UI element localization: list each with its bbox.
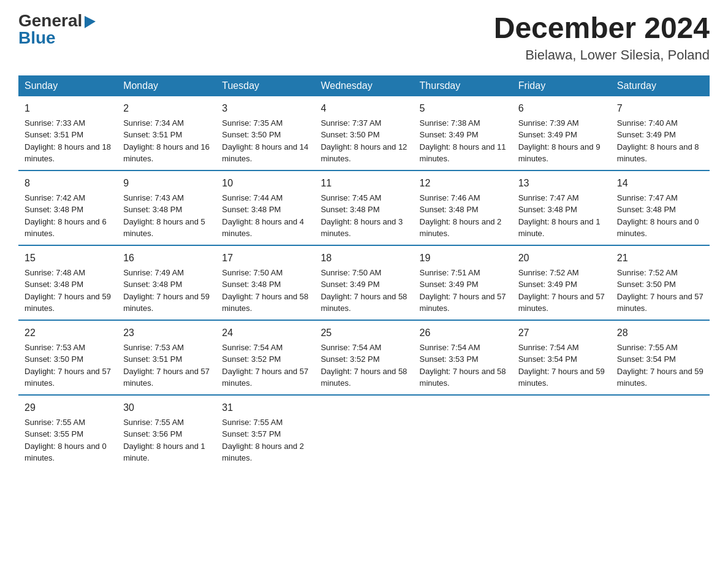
day-info: Sunrise: 7:52 AMSunset: 3:49 PMDaylight:… — [518, 268, 605, 313]
day-info: Sunrise: 7:52 AMSunset: 3:50 PMDaylight:… — [617, 268, 703, 313]
day-cell: 31Sunrise: 7:55 AMSunset: 3:57 PMDayligh… — [216, 395, 314, 469]
day-cell: 6Sunrise: 7:39 AMSunset: 3:49 PMDaylight… — [512, 96, 611, 170]
column-header-wednesday: Wednesday — [314, 75, 413, 96]
day-info: Sunrise: 7:38 AMSunset: 3:49 PMDaylight:… — [420, 118, 506, 164]
day-info: Sunrise: 7:35 AMSunset: 3:50 PMDaylight:… — [222, 118, 308, 164]
day-info: Sunrise: 7:51 AMSunset: 3:49 PMDaylight:… — [420, 268, 506, 313]
column-header-friday: Friday — [512, 75, 611, 96]
day-cell: 27Sunrise: 7:54 AMSunset: 3:54 PMDayligh… — [512, 320, 611, 395]
day-info: Sunrise: 7:47 AMSunset: 3:48 PMDaylight:… — [617, 193, 699, 239]
day-number: 9 — [123, 176, 210, 191]
week-row-4: 22Sunrise: 7:53 AMSunset: 3:50 PMDayligh… — [18, 320, 710, 395]
day-number: 28 — [617, 326, 703, 340]
day-number: 26 — [420, 326, 506, 340]
day-number: 1 — [25, 101, 111, 116]
week-row-5: 29Sunrise: 7:55 AMSunset: 3:55 PMDayligh… — [18, 395, 710, 469]
day-cell: 24Sunrise: 7:54 AMSunset: 3:52 PMDayligh… — [216, 320, 314, 395]
day-header-row: SundayMondayTuesdayWednesdayThursdayFrid… — [18, 75, 710, 96]
day-cell: 23Sunrise: 7:53 AMSunset: 3:51 PMDayligh… — [117, 320, 216, 395]
day-info: Sunrise: 7:55 AMSunset: 3:55 PMDaylight:… — [25, 418, 107, 463]
day-cell: 7Sunrise: 7:40 AMSunset: 3:49 PMDaylight… — [611, 96, 710, 170]
title-section: December 2024 Bielawa, Lower Silesia, Po… — [494, 12, 710, 63]
day-info: Sunrise: 7:53 AMSunset: 3:51 PMDaylight:… — [123, 343, 210, 388]
day-number: 11 — [320, 176, 407, 191]
day-cell: 16Sunrise: 7:49 AMSunset: 3:48 PMDayligh… — [117, 245, 216, 320]
day-cell: 18Sunrise: 7:50 AMSunset: 3:49 PMDayligh… — [314, 245, 413, 320]
day-cell: 9Sunrise: 7:43 AMSunset: 3:48 PMDaylight… — [117, 170, 216, 245]
day-cell: 5Sunrise: 7:38 AMSunset: 3:49 PMDaylight… — [414, 96, 512, 170]
svg-marker-0 — [85, 16, 96, 28]
day-number: 7 — [617, 101, 703, 116]
day-info: Sunrise: 7:33 AMSunset: 3:51 PMDaylight:… — [25, 118, 111, 164]
day-cell — [314, 395, 413, 469]
day-number: 18 — [320, 251, 407, 266]
day-cell: 30Sunrise: 7:55 AMSunset: 3:56 PMDayligh… — [117, 395, 216, 469]
week-row-1: 1Sunrise: 7:33 AMSunset: 3:51 PMDaylight… — [18, 96, 710, 170]
day-info: Sunrise: 7:54 AMSunset: 3:53 PMDaylight:… — [420, 343, 506, 388]
day-cell: 22Sunrise: 7:53 AMSunset: 3:50 PMDayligh… — [18, 320, 117, 395]
day-number: 15 — [25, 251, 111, 266]
day-info: Sunrise: 7:54 AMSunset: 3:52 PMDaylight:… — [320, 343, 407, 388]
day-cell: 26Sunrise: 7:54 AMSunset: 3:53 PMDayligh… — [414, 320, 512, 395]
day-cell: 13Sunrise: 7:47 AMSunset: 3:48 PMDayligh… — [512, 170, 611, 245]
day-number: 12 — [420, 176, 506, 191]
day-cell: 20Sunrise: 7:52 AMSunset: 3:49 PMDayligh… — [512, 245, 611, 320]
day-cell — [414, 395, 512, 469]
day-cell: 28Sunrise: 7:55 AMSunset: 3:54 PMDayligh… — [611, 320, 710, 395]
day-number: 17 — [222, 251, 308, 266]
column-header-saturday: Saturday — [611, 75, 710, 96]
day-info: Sunrise: 7:40 AMSunset: 3:49 PMDaylight:… — [617, 118, 699, 164]
day-info: Sunrise: 7:50 AMSunset: 3:49 PMDaylight:… — [320, 268, 407, 313]
week-row-3: 15Sunrise: 7:48 AMSunset: 3:48 PMDayligh… — [18, 245, 710, 320]
calendar-table: SundayMondayTuesdayWednesdayThursdayFrid… — [18, 75, 710, 469]
day-info: Sunrise: 7:55 AMSunset: 3:57 PMDaylight:… — [222, 418, 304, 463]
day-number: 4 — [320, 101, 407, 116]
day-number: 24 — [222, 326, 308, 340]
day-number: 21 — [617, 251, 703, 266]
day-number: 31 — [222, 400, 308, 415]
day-number: 5 — [420, 101, 506, 116]
column-header-tuesday: Tuesday — [216, 75, 314, 96]
day-number: 22 — [25, 326, 111, 340]
day-cell — [611, 395, 710, 469]
calendar-header: SundayMondayTuesdayWednesdayThursdayFrid… — [18, 75, 710, 96]
day-cell: 12Sunrise: 7:46 AMSunset: 3:48 PMDayligh… — [414, 170, 512, 245]
column-header-sunday: Sunday — [18, 75, 117, 96]
day-number: 29 — [25, 400, 111, 415]
day-info: Sunrise: 7:37 AMSunset: 3:50 PMDaylight:… — [320, 118, 407, 164]
day-number: 2 — [123, 101, 210, 116]
day-cell: 4Sunrise: 7:37 AMSunset: 3:50 PMDaylight… — [314, 96, 413, 170]
column-header-thursday: Thursday — [414, 75, 512, 96]
day-info: Sunrise: 7:34 AMSunset: 3:51 PMDaylight:… — [123, 118, 210, 164]
day-number: 20 — [518, 251, 605, 266]
column-header-monday: Monday — [117, 75, 216, 96]
day-info: Sunrise: 7:53 AMSunset: 3:50 PMDaylight:… — [25, 343, 111, 388]
day-number: 10 — [222, 176, 308, 191]
day-number: 19 — [420, 251, 506, 266]
logo-arrow-icon — [83, 15, 97, 28]
day-cell: 21Sunrise: 7:52 AMSunset: 3:50 PMDayligh… — [611, 245, 710, 320]
day-number: 25 — [320, 326, 407, 340]
day-info: Sunrise: 7:49 AMSunset: 3:48 PMDaylight:… — [123, 268, 210, 313]
day-number: 23 — [123, 326, 210, 340]
logo-general-text: General — [18, 12, 82, 29]
day-info: Sunrise: 7:55 AMSunset: 3:56 PMDaylight:… — [123, 418, 205, 463]
day-cell: 10Sunrise: 7:44 AMSunset: 3:48 PMDayligh… — [216, 170, 314, 245]
month-year-title: December 2024 — [494, 12, 710, 45]
day-cell: 25Sunrise: 7:54 AMSunset: 3:52 PMDayligh… — [314, 320, 413, 395]
day-info: Sunrise: 7:54 AMSunset: 3:54 PMDaylight:… — [518, 343, 605, 388]
location-subtitle: Bielawa, Lower Silesia, Poland — [494, 47, 710, 63]
day-info: Sunrise: 7:55 AMSunset: 3:54 PMDaylight:… — [617, 343, 703, 388]
day-number: 8 — [25, 176, 111, 191]
day-cell — [512, 395, 611, 469]
day-number: 3 — [222, 101, 308, 116]
day-cell: 2Sunrise: 7:34 AMSunset: 3:51 PMDaylight… — [117, 96, 216, 170]
day-cell: 1Sunrise: 7:33 AMSunset: 3:51 PMDaylight… — [18, 96, 117, 170]
day-cell: 29Sunrise: 7:55 AMSunset: 3:55 PMDayligh… — [18, 395, 117, 469]
day-cell: 19Sunrise: 7:51 AMSunset: 3:49 PMDayligh… — [414, 245, 512, 320]
day-info: Sunrise: 7:47 AMSunset: 3:48 PMDaylight:… — [518, 193, 601, 239]
day-info: Sunrise: 7:42 AMSunset: 3:48 PMDaylight:… — [25, 193, 107, 239]
day-cell: 17Sunrise: 7:50 AMSunset: 3:48 PMDayligh… — [216, 245, 314, 320]
day-cell: 3Sunrise: 7:35 AMSunset: 3:50 PMDaylight… — [216, 96, 314, 170]
week-row-2: 8Sunrise: 7:42 AMSunset: 3:48 PMDaylight… — [18, 170, 710, 245]
